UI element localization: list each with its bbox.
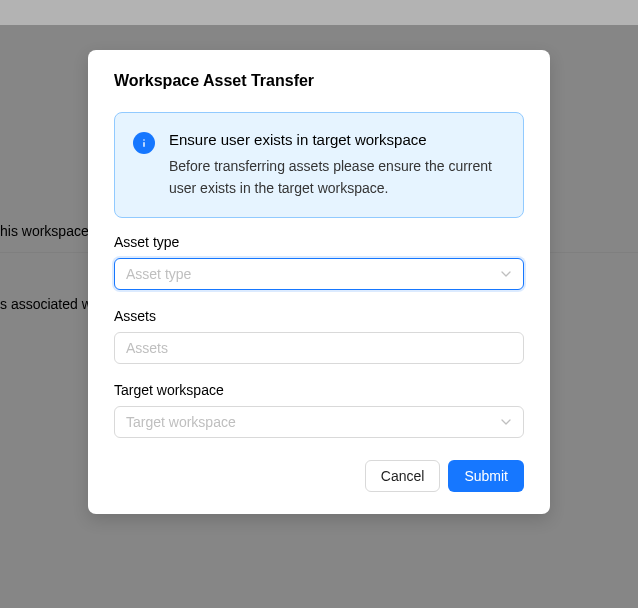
- modal-title: Workspace Asset Transfer: [114, 72, 524, 90]
- submit-button[interactable]: Submit: [448, 460, 524, 492]
- assets-field: Assets Assets: [114, 308, 524, 364]
- asset-type-field: Asset type Asset type: [114, 234, 524, 290]
- assets-placeholder: Assets: [126, 340, 168, 356]
- svg-point-0: [143, 139, 145, 141]
- chevron-down-icon: [500, 416, 512, 428]
- info-alert: Ensure user exists in target workspace B…: [114, 112, 524, 218]
- target-workspace-field: Target workspace Target workspace: [114, 382, 524, 438]
- workspace-asset-transfer-modal: Workspace Asset Transfer Ensure user exi…: [88, 50, 550, 514]
- svg-rect-1: [143, 142, 144, 147]
- asset-type-select[interactable]: Asset type: [114, 258, 524, 290]
- target-workspace-select[interactable]: Target workspace: [114, 406, 524, 438]
- background-top-bar: [0, 0, 638, 25]
- modal-footer: Cancel Submit: [114, 460, 524, 492]
- chevron-down-icon: [500, 268, 512, 280]
- target-workspace-placeholder: Target workspace: [126, 414, 236, 430]
- info-icon: [133, 132, 155, 154]
- target-workspace-label: Target workspace: [114, 382, 524, 398]
- asset-type-placeholder: Asset type: [126, 266, 191, 282]
- alert-title: Ensure user exists in target workspace: [169, 131, 505, 148]
- assets-select[interactable]: Assets: [114, 332, 524, 364]
- alert-description: Before transferring assets please ensure…: [169, 156, 505, 199]
- asset-type-label: Asset type: [114, 234, 524, 250]
- alert-content: Ensure user exists in target workspace B…: [169, 131, 505, 199]
- cancel-button[interactable]: Cancel: [365, 460, 441, 492]
- assets-label: Assets: [114, 308, 524, 324]
